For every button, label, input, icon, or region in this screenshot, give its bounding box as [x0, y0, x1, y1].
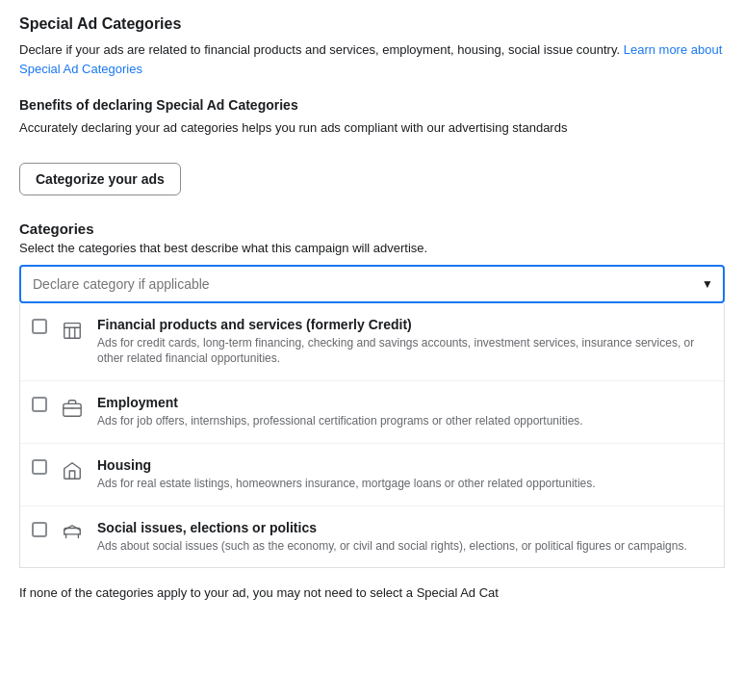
housing-item-content: Housing Ads for real estate listings, ho… — [97, 457, 712, 492]
financial-item-content: Financial products and services (formerl… — [97, 317, 712, 368]
social-issues-item-content: Social issues, elections or politics Ads… — [97, 520, 712, 555]
svg-rect-0 — [64, 323, 81, 338]
social-issues-checkbox[interactable] — [32, 522, 47, 537]
financial-item-desc: Ads for credit cards, long-term financin… — [97, 335, 712, 368]
home-icon — [59, 457, 86, 484]
special-ad-categories-section: Special Ad Categories Declare if your ad… — [19, 15, 725, 78]
category-dropdown-wrapper: ▼ — [19, 265, 725, 569]
employment-item-title: Employment — [97, 395, 712, 410]
list-item[interactable]: Financial products and services (formerl… — [20, 303, 724, 382]
benefits-section: Benefits of declaring Special Ad Categor… — [19, 97, 725, 138]
svg-rect-1 — [64, 404, 81, 417]
page-container: Special Ad Categories Declare if your ad… — [0, 0, 744, 618]
building-icon — [59, 317, 86, 344]
categories-title: Categories — [19, 220, 725, 237]
dropdown-options: Financial products and services (formerl… — [19, 303, 725, 569]
footer-text: If none of the categories apply to your … — [19, 583, 725, 603]
list-item[interactable]: Social issues, elections or politics Ads… — [20, 506, 724, 568]
list-item[interactable]: Employment Ads for job offers, internshi… — [20, 381, 724, 444]
megaphone-icon — [59, 520, 86, 547]
housing-checkbox[interactable] — [32, 459, 47, 475]
financial-checkbox[interactable] — [32, 319, 47, 334]
briefcase-icon — [59, 395, 86, 422]
category-dropdown-input[interactable] — [21, 267, 723, 301]
benefits-text: Accurately declaring your ad categories … — [19, 118, 725, 138]
categories-subtitle: Select the categories that best describe… — [19, 241, 725, 255]
description-text: Declare if your ads are related to finan… — [19, 40, 725, 78]
category-dropdown[interactable]: ▼ — [19, 265, 725, 303]
employment-item-content: Employment Ads for job offers, internshi… — [97, 395, 712, 429]
categorize-ads-button[interactable]: Categorize your ads — [19, 163, 181, 195]
employment-checkbox[interactable] — [32, 397, 47, 412]
employment-item-desc: Ads for job offers, internships, profess… — [97, 413, 712, 429]
list-item[interactable]: Housing Ads for real estate listings, ho… — [20, 444, 724, 506]
categories-section: Categories Select the categories that be… — [19, 220, 725, 569]
housing-item-desc: Ads for real estate listings, homeowners… — [97, 476, 712, 492]
social-issues-item-title: Social issues, elections or politics — [97, 520, 712, 535]
section-title: Special Ad Categories — [19, 15, 725, 33]
dropdown-list: Financial products and services (formerl… — [19, 303, 725, 569]
financial-item-title: Financial products and services (formerl… — [97, 317, 712, 332]
housing-item-title: Housing — [97, 457, 712, 473]
social-issues-item-desc: Ads about social issues (such as the eco… — [97, 538, 712, 555]
benefits-title: Benefits of declaring Special Ad Categor… — [19, 97, 725, 113]
